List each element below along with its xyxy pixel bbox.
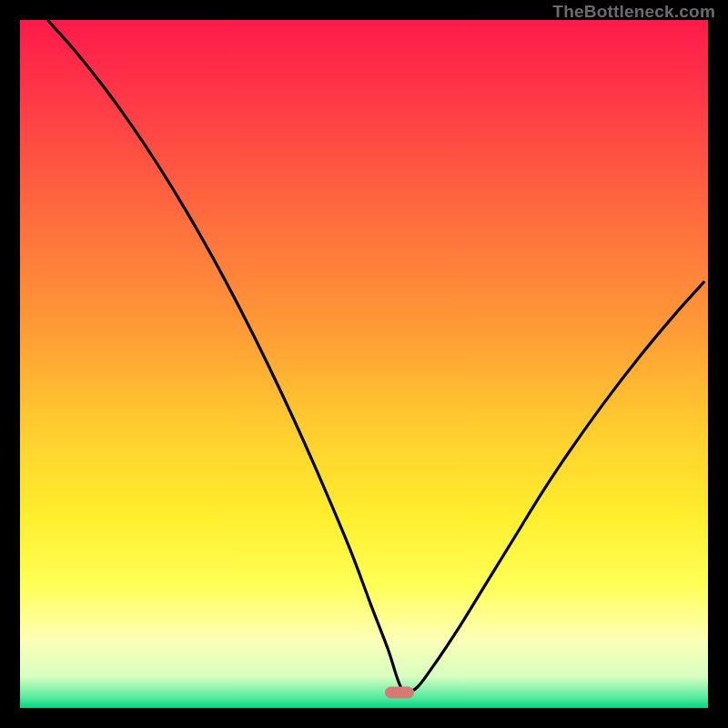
bottleneck-curve xyxy=(47,20,704,693)
watermark-text: TheBottleneck.com xyxy=(552,2,715,22)
plot-area xyxy=(20,20,708,708)
curve-layer xyxy=(20,20,708,708)
chart-frame: TheBottleneck.com xyxy=(0,0,728,728)
optimal-marker xyxy=(385,687,414,699)
